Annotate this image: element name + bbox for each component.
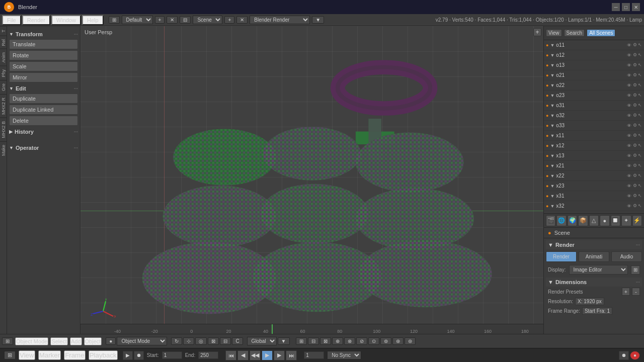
current-frame-input[interactable]	[304, 351, 324, 359]
maximize-button[interactable]: □	[622, 3, 630, 11]
viewport-overlay-2[interactable]: ⊟	[308, 337, 319, 345]
minimize-button[interactable]: ─	[612, 3, 620, 11]
animation-button[interactable]: Animati	[579, 251, 609, 262]
snap-align-btn[interactable]: ⊠	[208, 337, 219, 345]
outliner-row[interactable]: ● ▼ o22 👁 ⚙ ↖	[544, 80, 644, 90]
viewport-corner-button[interactable]: +	[533, 28, 541, 36]
outliner-row[interactable]: ● ▼ x23 👁 ⚙ ↖	[544, 181, 644, 191]
playback-icon[interactable]: ▶	[123, 351, 133, 360]
engine-selector[interactable]: Blender Render	[250, 16, 310, 24]
operator-section-header[interactable]: ▼ Operator ···	[9, 145, 78, 151]
timeline-playback-btn[interactable]: Playback	[89, 350, 118, 360]
outliner-row[interactable]: ● ▼ x11 👁 ⚙ ↖	[544, 131, 644, 141]
outliner-row[interactable]: ● ▼ x31 👁 ⚙ ↖	[544, 191, 644, 201]
go-end-btn[interactable]: ⏭	[286, 350, 297, 360]
view-close-btn[interactable]: ✕	[167, 16, 178, 24]
timeline-frame-btn[interactable]: Frame	[64, 350, 86, 360]
proportional-btn[interactable]: ◎	[195, 337, 207, 345]
outliner-row[interactable]: ● ▼ o23 👁 ⚙ ↖	[544, 90, 644, 101]
prop-icon-material[interactable]: ●	[600, 215, 609, 226]
transform-widget-btn[interactable]: ↻	[171, 337, 182, 345]
viewport-overlay-3[interactable]: ⊠	[320, 337, 331, 345]
tab-anim[interactable]: Anim	[0, 49, 7, 66]
pivot-selector[interactable]: Global	[247, 337, 277, 345]
prop-icon-texture[interactable]: 🔲	[611, 215, 620, 226]
go-start-btn[interactable]: ⏮	[225, 350, 236, 360]
add-menu-btn[interactable]: Add	[70, 337, 82, 345]
audio-button[interactable]: Audio	[611, 251, 642, 262]
tab-gre[interactable]: Gre	[0, 80, 7, 94]
menu-help[interactable]: Help	[82, 15, 104, 25]
outliner-row[interactable]: ● ▼ o33 👁 ⚙ ↖	[544, 121, 644, 131]
tab-make[interactable]: Make	[0, 141, 7, 159]
prev-frame-btn[interactable]: ◀	[237, 350, 249, 360]
record-btn[interactable]: ⏺	[134, 351, 144, 360]
outliner-row[interactable]: ● ▼ x32 👁 ⚙ ↖	[544, 201, 644, 211]
outliner-row[interactable]: ● ▼ x22 👁 ⚙ ↖	[544, 171, 644, 181]
tab-t[interactable]: T	[0, 26, 7, 36]
viewport-overlay-8[interactable]: ⊚	[380, 337, 391, 345]
timeline-icon-2[interactable]: ●	[630, 351, 640, 360]
play-reverse-btn[interactable]: ◀◀	[250, 350, 261, 360]
viewport-overlay-10[interactable]: ⊜	[405, 337, 416, 345]
display-expand-btn[interactable]: ⊞	[631, 265, 640, 275]
prop-icon-object[interactable]: 📦	[578, 215, 588, 226]
pivot-dropdown[interactable]: ▼	[278, 337, 290, 345]
outliner-search-btn[interactable]: Search	[564, 29, 585, 37]
view-add-btn[interactable]: +	[155, 16, 165, 24]
prop-icon-world[interactable]: 🌍	[568, 215, 577, 226]
tab-rel[interactable]: Rel	[0, 36, 7, 49]
screen-icon-bottom[interactable]: ⊞	[4, 351, 16, 359]
viewport-overlay-5[interactable]: ⊗	[344, 337, 355, 345]
view-menu-btn[interactable]: Object Mode	[15, 337, 48, 345]
outliner-all-scenes-btn[interactable]: All Scenes	[587, 29, 615, 37]
tool-c-btn[interactable]: C	[232, 337, 243, 345]
translate-button[interactable]: Translate	[9, 39, 78, 49]
timeline-icon-1[interactable]: ⏺	[619, 351, 629, 360]
viewport[interactable]: User Persp	[80, 26, 543, 334]
screen-layout-btn[interactable]: ⊞	[2, 337, 13, 345]
render-presets-remove[interactable]: -	[632, 288, 640, 296]
outliner-row[interactable]: ● ▼ o32 👁 ⚙ ↖	[544, 111, 644, 121]
prop-icon-camera[interactable]: 🎬	[546, 215, 555, 226]
snap-btn[interactable]: ⊹	[183, 337, 194, 345]
viewport-overlay-1[interactable]: ⊞	[296, 337, 307, 345]
mirror-button[interactable]: Mirror	[9, 72, 78, 82]
play-btn[interactable]: ▶	[262, 350, 273, 360]
outliner-row[interactable]: ● ▼ o13 👁 ⚙ ↖	[544, 60, 644, 70]
outliner-row[interactable]: ● ▼ o12 👁 ⚙ ↖	[544, 50, 644, 60]
outliner-row[interactable]: ● ▼ o11 👁 ⚙ ↖	[544, 40, 644, 50]
scale-button[interactable]: Scale	[9, 61, 78, 71]
view-selector-icon[interactable]: ⊞	[109, 16, 120, 24]
duplicate-linked-button[interactable]: Duplicate Linked	[9, 105, 78, 115]
visibility-icon[interactable]: 👁	[626, 42, 632, 48]
viewport-overlay-6[interactable]: ⊘	[356, 337, 367, 345]
outliner-view-btn[interactable]: View	[546, 29, 562, 37]
dimensions-section-header[interactable]: ▼ Dimensions ···	[546, 278, 642, 287]
select-menu-btn[interactable]: Select	[50, 337, 68, 345]
outliner-row[interactable]: ● ▼ x13 👁 ⚙ ↖	[544, 151, 644, 161]
mode-selector[interactable]: Object Mode	[117, 337, 167, 345]
scene-icon[interactable]: ⊟	[180, 16, 191, 24]
viewport-overlay-4[interactable]: ⊕	[332, 337, 343, 345]
display-selector[interactable]: Image Editor	[569, 265, 628, 275]
scene-add-btn[interactable]: +	[224, 16, 234, 24]
menu-window[interactable]: Window	[51, 15, 81, 25]
engine-dropdown[interactable]: ▼	[312, 16, 324, 24]
render-section-header[interactable]: ▼ Render ···	[546, 240, 642, 249]
menu-file[interactable]: File	[2, 15, 21, 25]
tab-mhx2[interactable]: MHX2 B	[0, 118, 7, 141]
view-selector[interactable]: Default	[122, 16, 153, 24]
menu-render[interactable]: Render	[22, 15, 50, 25]
scene-selector[interactable]: Scene	[193, 16, 222, 24]
timeline-playhead[interactable]	[272, 324, 273, 334]
timeline-view-btn[interactable]: View	[19, 350, 35, 360]
end-frame-input[interactable]	[198, 351, 218, 359]
sync-selector[interactable]: No Sync	[327, 351, 361, 359]
prop-icon-scene[interactable]: 🌐	[556, 215, 566, 226]
outliner-row[interactable]: ● ▼ x21 👁 ⚙ ↖	[544, 161, 644, 171]
tool-overlay-btn[interactable]: ⊟	[220, 337, 231, 345]
render-presets-add[interactable]: +	[622, 288, 630, 296]
next-frame-btn[interactable]: ▶	[274, 350, 285, 360]
transform-section-header[interactable]: ▼ Transform ···	[9, 31, 78, 37]
